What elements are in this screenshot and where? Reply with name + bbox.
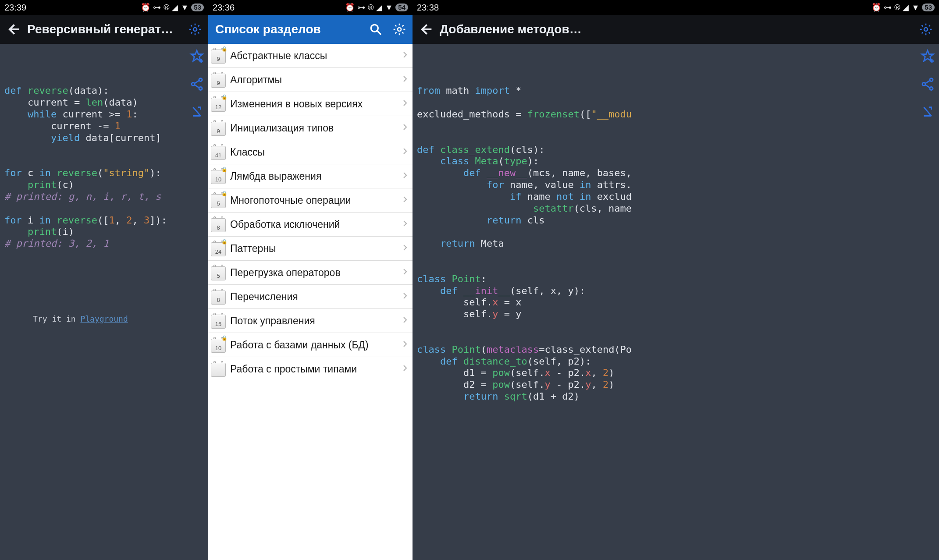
calendar-icon: 8 bbox=[211, 289, 226, 305]
item-label: Изменения в новых версиях bbox=[230, 98, 401, 110]
collapse-button[interactable] bbox=[919, 103, 936, 121]
floating-actions bbox=[919, 47, 936, 121]
page-title: Реверсивный генерат… bbox=[27, 22, 181, 36]
page-title: Добавление методов… bbox=[440, 22, 912, 36]
calendar-icon: 24 🔒 bbox=[211, 241, 226, 256]
list-item[interactable]: 10 🔒 Работа с базами данных (БД) bbox=[208, 333, 413, 357]
chevron-right-icon bbox=[401, 195, 409, 205]
chevron-right-icon bbox=[401, 220, 409, 229]
status-bar: 23:38 ⏰ ⊶ ® ◢ ▼ 53 bbox=[413, 0, 939, 15]
signal-icon: ◢ bbox=[172, 3, 178, 12]
back-button[interactable] bbox=[4, 20, 23, 39]
app-bar: Список разделов bbox=[208, 15, 413, 44]
list-item[interactable]: 15 Поток управления bbox=[208, 309, 413, 333]
settings-button[interactable] bbox=[916, 20, 935, 39]
key-icon: ⊶ bbox=[357, 3, 365, 12]
code-line: class Point: bbox=[417, 273, 935, 285]
collapse-button[interactable] bbox=[188, 103, 206, 121]
item-count: 41 bbox=[211, 146, 226, 160]
item-label: Лямбда выражения bbox=[230, 170, 401, 182]
lock-icon: 🔒 bbox=[221, 46, 228, 52]
list-item[interactable]: 9 Инициализация типов bbox=[208, 116, 413, 140]
list-item[interactable]: 8 Перечисления bbox=[208, 285, 413, 309]
code-line: # printed: 3, 2, 1 bbox=[4, 238, 204, 250]
alarm-icon: ⏰ bbox=[141, 3, 150, 12]
item-label: Работа с простыми типами bbox=[230, 363, 401, 375]
calendar-icon: 5 🔒 bbox=[211, 192, 226, 208]
code-line: def class_extend(cls): bbox=[417, 144, 935, 156]
share-button[interactable] bbox=[919, 75, 936, 93]
chevron-right-icon bbox=[401, 292, 409, 301]
code-line: d1 = pow(self.x - p2.x, 2) bbox=[417, 367, 935, 379]
code-line bbox=[417, 97, 935, 109]
share-button[interactable] bbox=[188, 75, 206, 93]
code-line: return cls bbox=[417, 215, 935, 227]
app-bar: Добавление методов… bbox=[413, 15, 939, 44]
app-bar: Реверсивный генерат… bbox=[0, 15, 208, 44]
code-line: for c in reverse("string"): bbox=[4, 167, 204, 179]
item-label: Поток управления bbox=[230, 315, 401, 327]
item-label: Классы bbox=[230, 146, 401, 158]
key-icon: ⊶ bbox=[153, 3, 161, 12]
chevron-right-icon bbox=[401, 268, 409, 277]
favorite-button[interactable] bbox=[919, 47, 936, 65]
chevron-right-icon bbox=[401, 340, 409, 350]
key-icon: ⊶ bbox=[884, 3, 892, 12]
lock-icon: 🔒 bbox=[221, 191, 228, 196]
code-line bbox=[4, 144, 204, 156]
signal-icon: ◢ bbox=[903, 3, 909, 12]
status-time: 23:38 bbox=[417, 3, 439, 13]
status-bar: 23:36 ⏰ ⊶ ® ◢ ▼ 54 bbox=[208, 0, 413, 15]
list-item[interactable]: 10 🔒 Лямбда выражения bbox=[208, 164, 413, 188]
code-line bbox=[417, 320, 935, 332]
back-button[interactable] bbox=[416, 20, 435, 39]
code-line: # printed: g, n, i, r, t, s bbox=[4, 191, 204, 203]
list-item[interactable]: 5 Перегрузка операторов bbox=[208, 261, 413, 285]
item-label: Работа с базами данных (БД) bbox=[230, 339, 401, 351]
favorite-button[interactable] bbox=[188, 47, 206, 65]
list-item[interactable]: 9 🔒 Абстрактные классы bbox=[208, 44, 413, 68]
code-line: current = len(data) bbox=[4, 97, 204, 109]
code-view[interactable]: def reverse(data): current = len(data) w… bbox=[0, 44, 208, 560]
code-line: class Meta(type): bbox=[417, 156, 935, 167]
code-line: self.x = x bbox=[417, 297, 935, 308]
pane-code-right: 23:38 ⏰ ⊶ ® ◢ ▼ 53 Добавление методов… bbox=[413, 0, 939, 560]
code-line bbox=[417, 226, 935, 238]
list-item[interactable]: Работа с простыми типами bbox=[208, 357, 413, 381]
list-item[interactable]: 8 Обработка исключений bbox=[208, 213, 413, 237]
list-item[interactable]: 12 🔒 Изменения в новых версиях bbox=[208, 92, 413, 116]
calendar-icon: 5 bbox=[211, 265, 226, 280]
item-label: Перегрузка операторов bbox=[230, 267, 401, 279]
try-it-line: Try it in Playground bbox=[4, 305, 204, 333]
list-item[interactable]: 24 🔒 Паттерны bbox=[208, 237, 413, 261]
item-count: 9 bbox=[211, 74, 226, 88]
settings-button[interactable] bbox=[390, 20, 409, 39]
calendar-icon: 10 🔒 bbox=[211, 337, 226, 353]
item-label: Абстрактные классы bbox=[230, 50, 401, 62]
svg-point-5 bbox=[398, 28, 401, 31]
list-item[interactable]: 5 🔒 Многопоточные операции bbox=[208, 188, 413, 213]
chevron-right-icon bbox=[401, 316, 409, 326]
signal-icon: ◢ bbox=[376, 3, 382, 12]
alarm-icon: ⏰ bbox=[345, 3, 355, 12]
code-view[interactable]: from math import * excluded_methods = fr… bbox=[413, 44, 939, 560]
sections-list[interactable]: 9 🔒 Абстрактные классы 9 Алгоритмы 12 🔒 … bbox=[208, 44, 413, 560]
playground-link[interactable]: Playground bbox=[80, 314, 128, 323]
item-label: Обработка исключений bbox=[230, 219, 401, 230]
search-button[interactable] bbox=[366, 20, 385, 39]
chevron-right-icon bbox=[401, 364, 409, 374]
code-line bbox=[417, 132, 935, 144]
list-item[interactable]: 9 Алгоритмы bbox=[208, 68, 413, 92]
code-line bbox=[417, 121, 935, 132]
item-label: Паттерны bbox=[230, 243, 401, 255]
item-label: Многопоточные операции bbox=[230, 195, 401, 206]
battery-badge: 53 bbox=[191, 4, 204, 11]
status-time: 23:39 bbox=[4, 3, 26, 13]
registered-icon: ® bbox=[164, 3, 169, 12]
lock-icon: 🔒 bbox=[221, 94, 228, 100]
list-item[interactable]: 41 Классы bbox=[208, 140, 413, 164]
code-line: for name, value in attrs. bbox=[417, 179, 935, 191]
settings-button[interactable] bbox=[185, 20, 205, 39]
code-line: def __new__(mcs, name, bases, bbox=[417, 167, 935, 179]
wifi-icon: ▼ bbox=[181, 3, 189, 12]
